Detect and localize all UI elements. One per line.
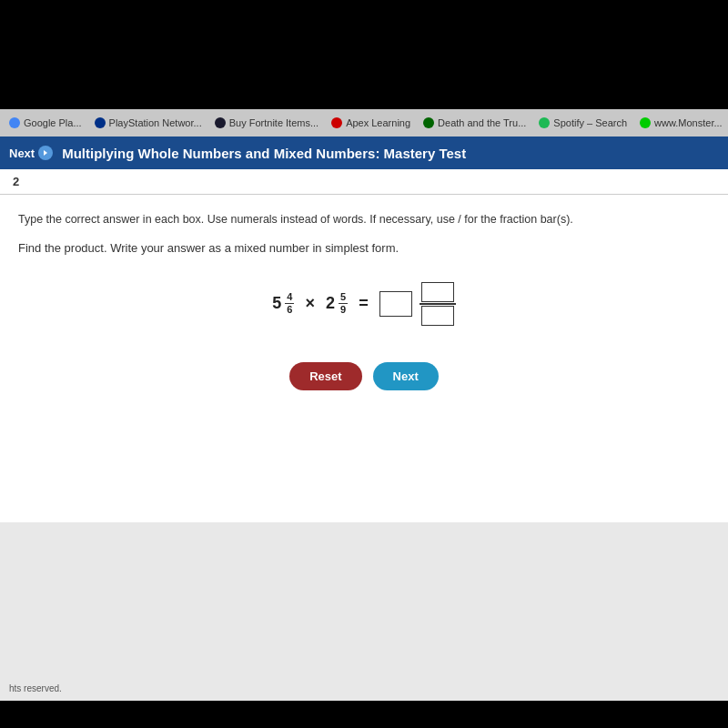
left-denominator: 6 bbox=[285, 304, 294, 316]
reset-button[interactable]: Reset bbox=[289, 362, 361, 390]
black-top-bar bbox=[0, 0, 728, 109]
nav-next-circle-icon bbox=[38, 146, 53, 160]
apex-icon bbox=[331, 117, 342, 128]
footer-text: hts reserved. bbox=[9, 683, 62, 693]
tab-apex-label: Apex Learning bbox=[346, 117, 410, 128]
google-icon bbox=[9, 117, 20, 128]
question-number: 2 bbox=[13, 175, 19, 188]
tab-playstation-label: PlayStation Networ... bbox=[109, 117, 202, 128]
tab-google[interactable]: Google Pla... bbox=[4, 116, 87, 130]
fortnite-icon bbox=[215, 117, 226, 128]
tab-monster[interactable]: www.Monster... bbox=[634, 116, 728, 130]
nav-next-label: Next bbox=[9, 147, 35, 160]
question-prompt: Find the product. Write your answer as a… bbox=[18, 241, 710, 255]
buttons-area: Reset Next bbox=[18, 362, 710, 390]
multiply-operator: × bbox=[305, 294, 315, 313]
monster-icon bbox=[640, 117, 651, 128]
tab-spotify-label: Spotify – Search bbox=[553, 117, 627, 128]
answer-area bbox=[379, 282, 456, 326]
nav-next-button[interactable]: Next bbox=[9, 146, 53, 160]
browser-tab-bar: Google Pla... PlayStation Networ... Buy … bbox=[0, 109, 728, 136]
equation-area: 5 4 6 × 2 5 9 = bbox=[18, 282, 710, 326]
content-area: 2 Type the correct answer in each box. U… bbox=[0, 169, 728, 522]
tab-google-label: Google Pla... bbox=[24, 117, 82, 128]
answer-numerator-input[interactable] bbox=[421, 282, 454, 302]
tab-fortnite-label: Buy Fortnite Items... bbox=[229, 117, 318, 128]
tab-fortnite[interactable]: Buy Fortnite Items... bbox=[209, 116, 324, 130]
tab-monster-label: www.Monster... bbox=[654, 117, 723, 128]
right-fraction: 5 9 bbox=[339, 291, 348, 316]
right-denominator: 9 bbox=[339, 304, 348, 316]
answer-denominator-input[interactable] bbox=[421, 306, 454, 326]
tab-death-label: Death and the Tru... bbox=[438, 117, 526, 128]
screen-container: Google Pla... PlayStation Networ... Buy … bbox=[0, 109, 728, 710]
right-mixed-number: 2 5 9 bbox=[326, 291, 348, 316]
left-whole: 5 bbox=[272, 294, 281, 313]
left-mixed-number: 5 4 6 bbox=[272, 291, 294, 316]
left-numerator: 4 bbox=[285, 291, 294, 304]
next-button[interactable]: Next bbox=[373, 362, 439, 390]
page-title: Multiplying Whole Numbers and Mixed Numb… bbox=[62, 146, 466, 161]
right-whole: 2 bbox=[326, 294, 335, 313]
nav-bar: Next Multiplying Whole Numbers and Mixed… bbox=[0, 136, 728, 169]
right-arrow-icon bbox=[42, 149, 49, 157]
black-bottom-bar bbox=[0, 701, 728, 728]
playstation-icon bbox=[95, 117, 106, 128]
spotify-icon bbox=[539, 117, 550, 128]
svg-marker-0 bbox=[44, 150, 47, 156]
tab-death[interactable]: Death and the Tru... bbox=[418, 116, 531, 130]
tab-playstation[interactable]: PlayStation Networ... bbox=[89, 116, 207, 130]
fraction-bar bbox=[420, 303, 456, 305]
question-number-bar: 2 bbox=[0, 169, 728, 195]
tab-apex[interactable]: Apex Learning bbox=[326, 116, 416, 130]
answer-fraction-area bbox=[420, 282, 456, 326]
death-icon bbox=[423, 117, 434, 128]
answer-whole-input[interactable] bbox=[379, 291, 412, 317]
right-numerator: 5 bbox=[339, 291, 348, 304]
equals-sign: = bbox=[359, 294, 369, 313]
question-body: Type the correct answer in each box. Use… bbox=[0, 195, 728, 522]
instruction-text: Type the correct answer in each box. Use… bbox=[18, 211, 710, 228]
tab-spotify[interactable]: Spotify – Search bbox=[533, 116, 632, 130]
left-fraction: 4 6 bbox=[285, 291, 294, 316]
